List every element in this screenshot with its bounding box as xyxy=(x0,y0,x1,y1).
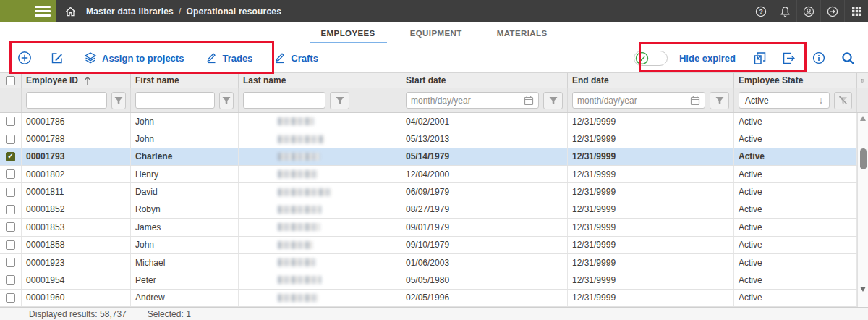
breadcrumb: Master data libraries / Operational reso… xyxy=(86,7,281,17)
notifications-button[interactable] xyxy=(773,0,796,22)
table-row[interactable]: 00001852 Robyn 08/27/1979 12/31/9999 Act… xyxy=(0,201,868,219)
row-checkbox[interactable] xyxy=(6,205,15,214)
cell-employee-state: Active xyxy=(739,169,762,180)
table-row[interactable]: 00001802 Henry 12/04/2000 12/31/9999 Act… xyxy=(0,166,868,183)
row-checkbox[interactable] xyxy=(6,117,15,126)
cell-end-date: 12/31/9999 xyxy=(572,187,616,197)
cell-end-date: 12/31/9999 xyxy=(572,258,616,268)
pencil-icon xyxy=(205,52,217,64)
row-checkbox[interactable] xyxy=(6,258,15,267)
calendar-icon[interactable] xyxy=(524,96,534,106)
logout-button[interactable] xyxy=(820,0,844,22)
row-checkbox[interactable] xyxy=(6,275,15,285)
export-button[interactable] xyxy=(782,51,796,65)
column-header-employee-id[interactable]: Employee ID xyxy=(22,73,131,88)
filter-button-employee-id[interactable] xyxy=(111,92,126,109)
select-all-checkbox[interactable] xyxy=(6,76,15,85)
calendar-icon[interactable] xyxy=(690,96,700,106)
add-button[interactable] xyxy=(17,51,32,65)
support-button[interactable] xyxy=(796,0,820,22)
column-header-first-name[interactable]: First name xyxy=(131,73,239,88)
cell-start-date: 04/02/2001 xyxy=(406,117,449,127)
cell-start-date: 02/05/1996 xyxy=(406,292,449,303)
table-row[interactable]: 00001923 Michael 01/06/2003 12/31/9999 A… xyxy=(0,254,868,271)
row-checkbox[interactable] xyxy=(6,293,15,303)
filter-input-employee-id[interactable] xyxy=(26,92,107,109)
row-checkbox[interactable] xyxy=(6,240,15,250)
cell-first-name: John xyxy=(135,117,154,127)
table-row[interactable]: 00001858 John 09/10/1979 12/31/9999 Acti… xyxy=(0,237,868,254)
filter-input-last-name[interactable] xyxy=(243,92,326,109)
vertical-scrollbar[interactable] xyxy=(857,113,868,307)
filter-button-first-name[interactable] xyxy=(219,92,234,109)
filter-button-start-date[interactable] xyxy=(543,92,563,109)
tab-employees[interactable]: EMPLOYEES xyxy=(304,22,393,43)
scrollbar-thumb[interactable] xyxy=(860,148,867,169)
filter-button-last-name[interactable] xyxy=(330,92,349,109)
funnel-icon xyxy=(715,96,724,105)
cell-employee-id: 00001853 xyxy=(26,222,64,232)
column-header-start-date[interactable]: Start date xyxy=(401,73,568,88)
column-header-end-date[interactable]: End date xyxy=(568,73,734,88)
hamburger-menu-button[interactable] xyxy=(0,0,56,22)
column-chooser-icon[interactable] xyxy=(861,76,864,85)
info-button[interactable] xyxy=(812,51,825,64)
crafts-button[interactable]: Crafts xyxy=(274,52,318,64)
cell-employee-id: 00001793 xyxy=(26,151,64,161)
apps-button[interactable] xyxy=(844,0,868,22)
scroll-up-arrow-icon[interactable] xyxy=(860,116,866,121)
cell-start-date: 01/06/2003 xyxy=(406,258,449,268)
row-checkbox[interactable] xyxy=(6,135,15,144)
toolbar-right-group: Hide expired xyxy=(634,51,868,66)
search-button[interactable] xyxy=(841,51,855,65)
cell-last-name-redacted xyxy=(278,170,318,178)
home-button[interactable] xyxy=(65,7,76,17)
breadcrumb-item-libraries[interactable]: Master data libraries xyxy=(86,7,174,17)
table-row[interactable]: 00001954 Peter 05/05/1980 12/31/9999 Act… xyxy=(0,271,868,289)
cell-end-date: 12/31/9999 xyxy=(572,240,616,250)
scroll-down-arrow-icon[interactable] xyxy=(860,287,866,292)
funnel-icon xyxy=(549,96,558,105)
table-row[interactable]: 00001811 David 06/09/1979 12/31/9999 Act… xyxy=(0,183,868,201)
table-row[interactable]: 00001960 Andrew 02/05/1996 12/31/9999 Ac… xyxy=(0,290,868,307)
filter-select-employee-state[interactable]: Active ↓ xyxy=(739,92,830,109)
table-row[interactable]: 00001853 James 09/01/1979 12/31/9999 Act… xyxy=(0,219,868,236)
cell-first-name: James xyxy=(135,222,161,232)
breadcrumb-item-operational-resources[interactable]: Operational resources xyxy=(186,7,281,17)
row-checkbox[interactable] xyxy=(6,188,15,197)
table-row[interactable]: 00001788 John 05/13/2013 12/31/9999 Acti… xyxy=(0,130,868,148)
assign-to-projects-button[interactable]: Assign to projects xyxy=(84,51,184,64)
help-button[interactable]: ? xyxy=(749,0,773,22)
filter-date-end[interactable]: month/day/year xyxy=(572,92,705,109)
tab-equipment[interactable]: EQUIPMENT xyxy=(393,22,480,43)
row-checkbox[interactable] xyxy=(6,152,15,161)
cell-employee-id: 00001858 xyxy=(26,240,64,250)
row-checkbox[interactable] xyxy=(6,169,15,179)
tab-materials[interactable]: MATERIALS xyxy=(480,22,565,43)
hide-expired-label: Hide expired xyxy=(679,53,736,64)
edit-button[interactable] xyxy=(51,51,64,64)
table-body: 00001786 John 04/02/2001 12/31/9999 Acti… xyxy=(0,113,868,307)
filter-input-first-name[interactable] xyxy=(135,92,215,109)
filter-button-end-date[interactable] xyxy=(710,92,729,109)
column-header-last-name[interactable]: Last name xyxy=(239,73,401,88)
hide-expired-toggle[interactable] xyxy=(634,51,668,66)
cell-employee-id: 00001786 xyxy=(26,117,64,127)
cell-employee-state: Active xyxy=(739,187,762,197)
column-header-employee-state[interactable]: Employee State xyxy=(734,73,857,88)
row-checkbox[interactable] xyxy=(6,222,15,232)
import-button[interactable] xyxy=(753,51,767,65)
cell-employee-state: Active xyxy=(739,222,762,232)
filter-date-start[interactable]: month/day/year xyxy=(406,92,539,109)
cell-employee-state: Active xyxy=(739,240,762,250)
cell-first-name: John xyxy=(135,134,154,144)
cell-employee-id: 00001960 xyxy=(26,292,64,303)
status-bar: Displayed results: 58,737 Selected: 1 xyxy=(0,307,868,320)
trades-button[interactable]: Trades xyxy=(205,52,252,64)
edit-compose-icon xyxy=(51,51,64,64)
table-row[interactable]: 00001786 John 04/02/2001 12/31/9999 Acti… xyxy=(0,113,868,130)
cell-end-date: 12/31/9999 xyxy=(572,151,616,161)
table-row[interactable]: 00001793 Charlene 05/14/1979 12/31/9999 … xyxy=(0,148,868,166)
pencil-icon xyxy=(274,52,286,64)
filter-button-employee-state-disabled[interactable] xyxy=(834,92,852,109)
